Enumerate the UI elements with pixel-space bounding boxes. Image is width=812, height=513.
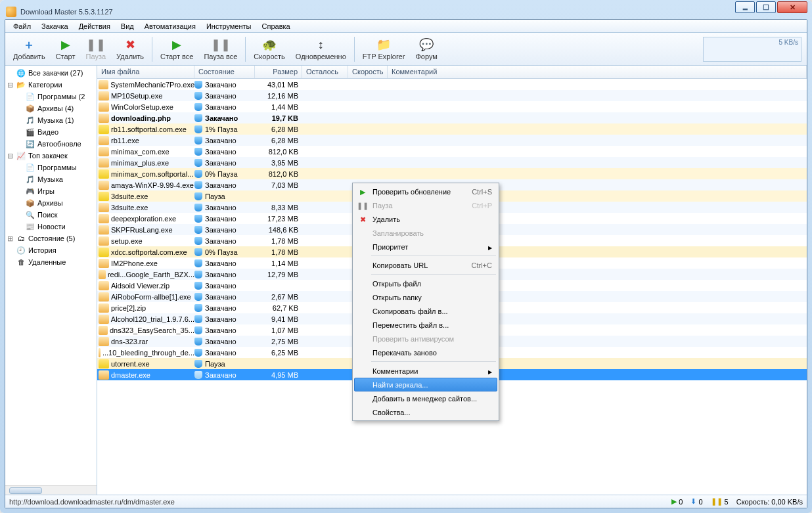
tree-item-1[interactable]: ⊟📂Категории	[5, 79, 97, 91]
toolbtn-удалить[interactable]: ✖Удалить	[112, 35, 148, 63]
toolbtn-старт[interactable]: ▶Старт	[51, 35, 80, 63]
tree-item-2[interactable]: 📄Программы (2	[5, 91, 97, 102]
table-row[interactable]: WinColorSetup.exeЗакачано1,44 MB	[97, 101, 807, 112]
cell-size: 12,79 MB	[255, 271, 302, 279]
col-comment[interactable]: Комментарий	[388, 66, 807, 78]
menubar: ФайлЗакачкаДействияВидАвтоматизацияИнстр…	[5, 20, 807, 33]
cell-state: Закачано	[194, 304, 255, 312]
cell-size: 1,78 MB	[255, 248, 302, 256]
menu-5[interactable]: Инструменты	[201, 20, 257, 32]
shield-icon	[194, 92, 202, 100]
minimize-button[interactable]	[735, 1, 755, 13]
file-icon	[99, 315, 109, 324]
cell-state: Закачано	[194, 315, 255, 323]
col-state[interactable]: Состояние	[194, 66, 255, 78]
ctx-item-17[interactable]: Добавить в менеджер сайтов...	[354, 391, 497, 405]
menu-3[interactable]: Вид	[116, 20, 139, 32]
close-button[interactable]	[777, 1, 807, 13]
table-row[interactable]: minimax_com.exeЗакачано812,0 KB	[97, 146, 807, 157]
maximize-button[interactable]	[756, 1, 776, 13]
twisty-icon[interactable]: ⊟	[7, 81, 14, 89]
tree-item-0[interactable]: 🌐Все закачки (27)	[5, 67, 97, 79]
tree-icon: 🌐	[16, 68, 26, 78]
col-size[interactable]: Размер	[255, 66, 302, 78]
toolbtn-форум[interactable]: 💬Форум	[411, 35, 441, 63]
scrollbar-thumb[interactable]	[9, 487, 42, 494]
tree-item-13[interactable]: 📰Новости	[5, 221, 97, 233]
list-header[interactable]: Имя файла Состояние Размер Осталось Скор…	[97, 66, 807, 79]
ctx-item-8[interactable]: Открыть файл	[354, 277, 497, 290]
ctx-item-11[interactable]: Переместить файл в...	[354, 318, 497, 332]
tree-item-3[interactable]: 📦Архивы (4)	[5, 102, 97, 114]
tree-item-10[interactable]: 🎮Игры	[5, 185, 97, 197]
menu-0[interactable]: Файл	[8, 20, 36, 32]
toolbtn-добавить[interactable]: ＋Добавить	[9, 35, 50, 63]
tree-item-7[interactable]: ⊟📈Топ закачек	[5, 150, 97, 162]
menu-4[interactable]: Автоматизация	[139, 20, 201, 32]
table-row[interactable]: MP10Setup.exeЗакачано12,16 MB	[97, 90, 807, 101]
tree-item-8[interactable]: 📄Программы	[5, 162, 97, 173]
titlebar[interactable]: Download Master 5.5.3.1127	[5, 5, 807, 19]
cell-name: ...10_bleeding_through_de...	[99, 348, 194, 357]
cell-size: 43,01 MB	[255, 81, 302, 89]
ctx-label: Копировать URL	[372, 261, 428, 269]
ctx-item-6[interactable]: Копировать URLCtrl+C	[354, 258, 497, 272]
tree-item-5[interactable]: 🎬Видео	[5, 126, 97, 138]
cell-name: MP10Setup.exe	[99, 91, 194, 100]
tree-icon: 📂	[16, 79, 26, 90]
tree-item-14[interactable]: ⊞🗂Состояние (5)	[5, 233, 97, 244]
ctx-shortcut: Ctrl+P	[472, 202, 492, 210]
menu-2[interactable]: Действия	[74, 20, 116, 32]
context-menu[interactable]: ▶Проверить обновлениеCtrl+S❚❚ПаузаCtrl+P…	[352, 183, 499, 421]
menu-1[interactable]: Закачка	[36, 20, 74, 32]
tree-item-9[interactable]: 🎵Музыка	[5, 173, 97, 185]
col-left[interactable]: Осталось	[302, 66, 348, 78]
table-row[interactable]: minimax_plus.exeЗакачано3,95 MB	[97, 157, 807, 168]
twisty-icon[interactable]: ⊟	[7, 152, 14, 160]
tree-item-11[interactable]: 📦Архивы	[5, 197, 97, 209]
col-speed[interactable]: Скорость	[348, 66, 388, 78]
cell-state: Закачано	[194, 237, 255, 245]
ctx-item-2[interactable]: ✖Удалить	[354, 212, 497, 226]
ctx-item-13[interactable]: Перекачать заново	[354, 346, 497, 359]
twisty-icon[interactable]: ⊞	[7, 234, 14, 243]
toolbtn-пауза все[interactable]: ❚❚Пауза все	[199, 35, 242, 63]
col-name[interactable]: Имя файла	[97, 66, 194, 78]
tree-item-16[interactable]: 🗑Удаленные	[5, 256, 97, 268]
ctx-label: Пауза	[372, 202, 393, 210]
ctx-sep	[371, 361, 496, 362]
menu-6[interactable]: Справка	[257, 20, 296, 32]
tree-scrollbar[interactable]	[5, 485, 97, 495]
toolbtn-скорость[interactable]: 🐢Скорость	[249, 35, 290, 63]
ctx-item-10[interactable]: Скопировать файл в...	[354, 304, 497, 318]
ctx-item-18[interactable]: Свойства...	[354, 405, 497, 419]
ctx-item-4[interactable]: Приоритет	[354, 240, 497, 254]
tree-item-4[interactable]: 🎵Музыка (1)	[5, 114, 97, 126]
скорость-icon: 🐢	[262, 37, 277, 52]
cell-state: Закачано	[194, 259, 255, 267]
tree-item-15[interactable]: 🕘История	[5, 244, 97, 256]
ctx-item-3: Запланировать	[354, 226, 497, 240]
cell-name: setup.exe	[99, 236, 194, 246]
table-row[interactable]: SystemMechanic7Pro.exeЗакачано43,01 MB	[97, 79, 807, 90]
cell-size: 148,6 KB	[255, 226, 302, 234]
shield-icon	[194, 271, 202, 279]
ctx-item-0[interactable]: ▶Проверить обновлениеCtrl+S	[354, 185, 497, 198]
toolbtn-одновременно[interactable]: ↕Одновременно	[291, 35, 351, 63]
cell-size: 2,75 MB	[255, 338, 302, 346]
category-tree[interactable]: 🌐Все закачки (27)⊟📂Категории📄Программы (…	[5, 66, 97, 495]
ctx-item-9[interactable]: Открыть папку	[354, 290, 497, 304]
ctx-item-15[interactable]: Комментарии	[354, 364, 497, 378]
ctx-item-16[interactable]: Найти зеркала...	[354, 378, 497, 391]
table-row[interactable]: rb11.exeЗакачано6,28 MB	[97, 135, 807, 146]
tree-label: История	[28, 246, 56, 254]
tree-item-6[interactable]: 🔄Автообновле	[5, 138, 97, 150]
tree-item-12[interactable]: 🔍Поиск	[5, 209, 97, 221]
cell-size: 3,95 MB	[255, 159, 302, 167]
table-row[interactable]: rb11.softportal.com.exe1% Пауза6,28 MB	[97, 123, 807, 135]
shield-icon	[194, 148, 202, 156]
toolbtn-старт все[interactable]: ▶Старт все	[156, 35, 198, 63]
toolbtn-ftp explorer[interactable]: 📁FTP Explorer	[358, 35, 410, 63]
table-row[interactable]: downloading.phpЗакачано19,7 KB	[97, 112, 807, 123]
table-row[interactable]: minimax_com.softportal...0% Пауза812,0 K…	[97, 168, 807, 179]
